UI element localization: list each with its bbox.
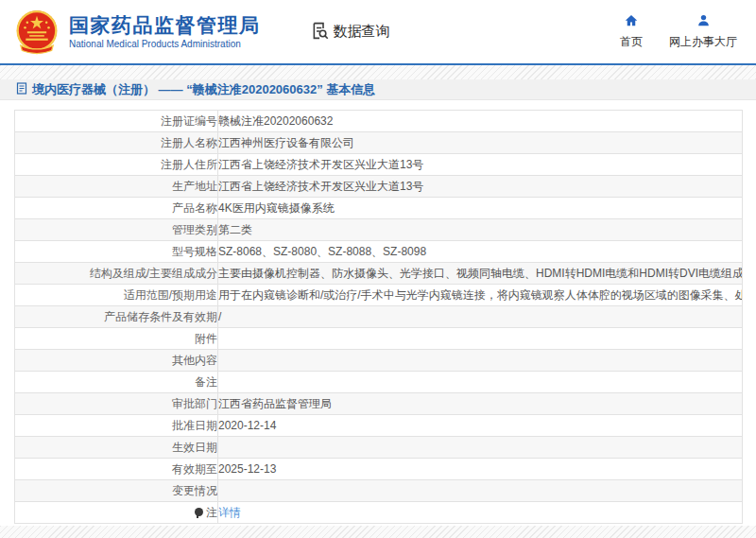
nav-item-label: 首页 xyxy=(620,34,643,50)
table-row: 备注 xyxy=(15,372,743,393)
content-area: 注册证编号赣械注准20202060632注册人名称江西神州医疗设备有限公司注册人… xyxy=(0,100,756,524)
user-icon xyxy=(696,13,711,30)
site-header: 国家药品监督管理局 National Medical Products Admi… xyxy=(0,0,756,65)
row-label: 产品名称 xyxy=(15,198,218,219)
nav-item-label: 网上办事大厅 xyxy=(669,34,737,50)
table-row: 产品名称4K医用内窥镜摄像系统 xyxy=(15,198,743,219)
row-value: 江西省上饶经济技术开发区兴业大道13号 xyxy=(218,176,743,198)
table-row: 批准日期2020-12-14 xyxy=(15,415,743,437)
row-value: 用于在内窥镜诊断和/或治疗/手术中与光学内窥镜连接，将内窥镜观察人体体腔的视场区… xyxy=(218,285,743,306)
row-value xyxy=(218,480,743,502)
row-label: 适用范围/预期用途 xyxy=(15,285,218,306)
row-label: 产品储存条件及有效期 xyxy=(15,306,218,328)
row-label: 变更情况 xyxy=(15,480,218,502)
row-label: 备注 xyxy=(15,372,218,393)
table-row: 注册人名称江西神州医疗设备有限公司 xyxy=(15,132,743,154)
row-label: 审批部门 xyxy=(15,393,218,415)
table-row: 变更情况 xyxy=(15,480,743,502)
table-row: 适用范围/预期用途用于在内窥镜诊断和/或治疗/手术中与光学内窥镜连接，将内窥镜观… xyxy=(15,285,743,306)
row-label: 其他内容 xyxy=(15,350,218,372)
decorative-strip xyxy=(0,65,756,79)
table-row: 生产地址江西省上饶经济技术开发区兴业大道13号 xyxy=(15,176,743,198)
header-nav: 首页网上办事大厅 xyxy=(620,13,756,50)
row-label: 生效日期 xyxy=(15,437,218,459)
row-value: 第二类 xyxy=(218,219,743,241)
page-title-bar: 境内医疗器械（注册） —— “赣械注准20202060632” 基本信息 xyxy=(0,79,756,100)
row-label: 注册人名称 xyxy=(15,132,218,154)
nav-item-home[interactable]: 首页 xyxy=(620,13,643,50)
row-label: 注册人住所 xyxy=(15,154,218,176)
row-value: 详情 xyxy=(218,502,743,524)
row-value: / xyxy=(218,306,743,328)
registration-info-table: 注册证编号赣械注准20202060632注册人名称江西神州医疗设备有限公司注册人… xyxy=(14,110,743,524)
row-label: 批准日期 xyxy=(15,415,218,437)
org-title-block: 国家药品监督管理局 National Medical Products Admi… xyxy=(69,14,261,49)
org-name-en: National Medical Products Administration xyxy=(69,39,261,49)
page: 国家药品监督管理局 National Medical Products Admi… xyxy=(0,0,756,538)
detail-link[interactable]: 详情 xyxy=(218,506,241,519)
data-query-label: 数据查询 xyxy=(334,23,390,41)
decorative-strip-bottom xyxy=(0,526,756,538)
row-label: 注册证编号 xyxy=(15,111,218,132)
row-value xyxy=(218,437,743,459)
row-label: 型号规格 xyxy=(15,241,218,263)
org-name-zh: 国家药品监督管理局 xyxy=(69,14,261,36)
table-row: 注册证编号赣械注准20202060632 xyxy=(15,111,743,132)
national-emblem-logo xyxy=(13,8,60,57)
row-value: 4K医用内窥镜摄像系统 xyxy=(218,198,743,219)
table-row: 管理类别第二类 xyxy=(15,219,743,241)
nav-item-service-hall[interactable]: 网上办事大厅 xyxy=(669,13,737,50)
row-value: 江西神州医疗设备有限公司 xyxy=(218,132,743,154)
row-value: 江西省药品监督管理局 xyxy=(218,393,743,415)
table-row: 结构及组成/主要组成成分主要由摄像机控制器、防水摄像头、光学接口、视频同轴电缆、… xyxy=(15,263,743,285)
row-value: 主要由摄像机控制器、防水摄像头、光学接口、视频同轴电缆、HDMI转HDMI电缆和… xyxy=(218,263,743,285)
row-value xyxy=(218,372,743,393)
row-label: 有效期至 xyxy=(15,459,218,480)
data-query-section[interactable]: 数据查询 xyxy=(310,21,390,43)
row-value: 2025-12-13 xyxy=(218,459,743,480)
info-table-body: 注册证编号赣械注准20202060632注册人名称江西神州医疗设备有限公司注册人… xyxy=(15,111,743,524)
table-row: 注详情 xyxy=(15,502,743,524)
table-row: 生效日期 xyxy=(15,437,743,459)
document-icon xyxy=(16,81,27,98)
table-row: 其他内容 xyxy=(15,350,743,372)
table-row: 产品储存条件及有效期/ xyxy=(15,306,743,328)
table-row: 型号规格SZ-8068、SZ-8080、SZ-8088、SZ-8098 xyxy=(15,241,743,263)
home-icon xyxy=(624,13,639,30)
row-value: 2020-12-14 xyxy=(218,415,743,437)
page-title: 境内医疗器械（注册） —— “赣械注准20202060632” 基本信息 xyxy=(32,81,375,98)
row-label: 附件 xyxy=(15,328,218,350)
row-value: 江西省上饶经济技术开发区兴业大道13号 xyxy=(218,154,743,176)
row-value xyxy=(218,350,743,372)
row-label: 管理类别 xyxy=(15,219,218,241)
table-row: 有效期至2025-12-13 xyxy=(15,459,743,480)
note-pin-icon xyxy=(195,508,203,516)
row-value: 赣械注准20202060632 xyxy=(218,111,743,132)
table-row: 审批部门江西省药品监督管理局 xyxy=(15,393,743,415)
table-row: 注册人住所江西省上饶经济技术开发区兴业大道13号 xyxy=(15,154,743,176)
row-label: 注 xyxy=(15,502,218,524)
row-value xyxy=(218,328,743,350)
table-row: 附件 xyxy=(15,328,743,350)
row-label: 生产地址 xyxy=(15,176,218,198)
row-label: 结构及组成/主要组成成分 xyxy=(15,263,218,285)
document-search-icon xyxy=(310,21,330,43)
row-value: SZ-8068、SZ-8080、SZ-8088、SZ-8098 xyxy=(218,241,743,263)
